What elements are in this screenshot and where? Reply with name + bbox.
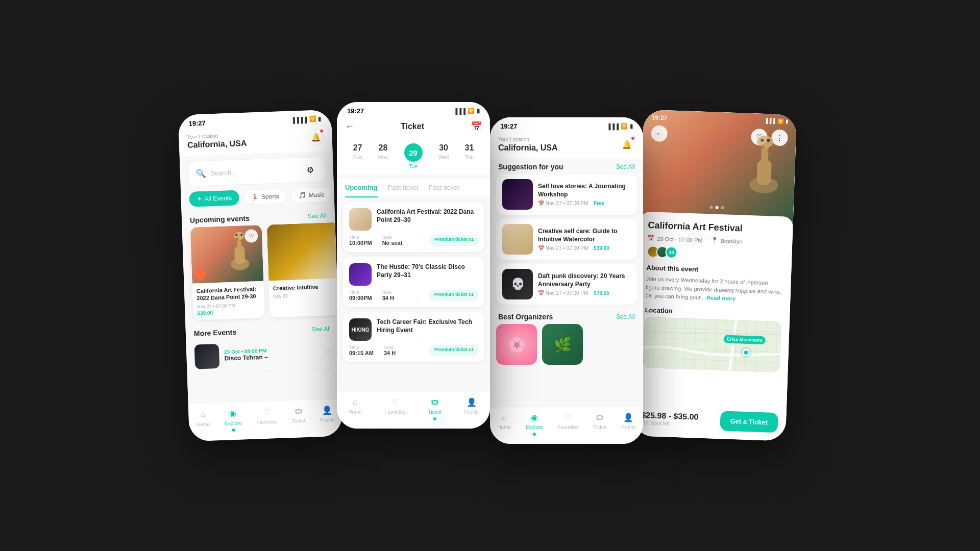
star-icon: ✦ <box>197 195 202 203</box>
explore-header-row: Your Location California, USA 🔔 <box>498 136 635 153</box>
search-input[interactable]: Search... <box>210 168 237 177</box>
event-image-1: ♡ <box>190 225 264 284</box>
see-all-more[interactable]: See All <box>311 325 331 333</box>
nav-favorites-3[interactable]: ♡ Favorites <box>557 412 578 436</box>
back-button[interactable]: ← <box>345 121 354 132</box>
nav-home-2[interactable]: ⌂ Home <box>348 396 362 420</box>
nav-ticket-2[interactable]: 🎟 Ticket <box>428 396 442 420</box>
nav-home-3[interactable]: ⌂ Home <box>497 412 511 436</box>
ticket-card-1[interactable]: California Art Festival: 2022 Dana Point… <box>343 202 484 252</box>
suggestion-card-2[interactable]: Creative self care: Guide to Intuitive W… <box>496 219 637 260</box>
ticket-header: ← Ticket 📅 <box>337 117 490 138</box>
ticket-tabs: Upcoming Past ticket Past ticket <box>337 179 490 198</box>
event-title-2: Creative Intuitive <box>273 283 336 292</box>
nav-home[interactable]: ⌂ Home <box>195 409 210 433</box>
pill-sports[interactable]: 🏃 Sports <box>243 188 287 205</box>
map-section: Location Erico Movement <box>643 306 782 372</box>
read-more-link[interactable]: Read more <box>706 294 736 302</box>
date-item-2-active[interactable]: 29 Tue <box>404 143 423 169</box>
ticket-details-2: Time 09:00PM Seat 34 H Premium ticket x1 <box>349 290 478 301</box>
get-ticket-button[interactable]: Get a Ticket <box>720 411 778 433</box>
organizer-card-1[interactable]: 🌸 <box>496 324 537 365</box>
ticket-card-header-3: HIKING Tech Career Fair: Exclusive Tech … <box>349 318 478 341</box>
see-all-upcoming[interactable]: See All <box>307 212 327 219</box>
nav-profile-3[interactable]: 👤 Profile <box>621 412 635 436</box>
time-val-2: 09:00PM <box>349 295 372 301</box>
pill-music[interactable]: 🎵 Music <box>290 187 332 204</box>
calendar-icon-d: 📅 <box>647 235 654 241</box>
date-item-3[interactable]: 30 Wed <box>438 143 449 169</box>
event-card-1[interactable]: ♡ California Art Festival: 2022 Dana Poi… <box>190 225 265 320</box>
see-all-organizers[interactable]: See All <box>616 313 635 320</box>
battery-4: ▮ <box>785 118 788 126</box>
upcoming-events-title: Upcoming events <box>190 214 250 224</box>
organizers-title: Best Organizers <box>498 313 553 321</box>
event-date-meta: 📅 29 Oct - 07:00 PM <box>647 235 703 243</box>
event-location-meta: 📍 Brooklyn <box>710 237 742 244</box>
event-info-1: California Art Festival: 2022 Dana Point… <box>192 281 264 320</box>
nav-profile-2[interactable]: 👤 Profile <box>464 396 478 420</box>
back-button-4[interactable]: ← <box>651 125 668 142</box>
status-bar-2: 19:27 ▐▐▐ 🛜 ▮ <box>337 102 490 117</box>
about-title: About this event <box>646 264 783 276</box>
tab-upcoming[interactable]: Upcoming <box>345 179 378 197</box>
status-icons-1: ▐▐▐▐ 🛜 ▮ <box>291 116 322 123</box>
battery-icon: ▮ <box>318 116 321 122</box>
bell-icon: 🔔 <box>310 132 321 142</box>
seat-label-3: Seat <box>384 345 396 350</box>
notification-button-3[interactable]: 🔔 <box>619 136 635 153</box>
see-all-suggestions[interactable]: See All <box>616 163 635 170</box>
ticket-badge-1: Premium ticket x1 <box>430 235 478 246</box>
nav-favorites-2[interactable]: ♡ Favorites <box>384 396 405 420</box>
notification-button[interactable]: 🔔 <box>307 129 324 145</box>
date-item-4[interactable]: 31 Thu <box>465 143 474 169</box>
pill-all-events[interactable]: ✦ All Events <box>189 190 239 207</box>
event-hero: 19:27 ▐▐▐ 🛜 ▮ ← ♡ ⋮ <box>640 110 797 227</box>
home-icon-2: ⌂ <box>350 396 361 408</box>
avatar-stack: 40 <box>647 245 678 259</box>
date-item-1[interactable]: 28 Mon <box>378 143 388 169</box>
filter-button[interactable]: ⚙ <box>303 162 317 177</box>
event-detail-meta: 📅 29 Oct - 07:00 PM 📍 Brooklyn <box>647 235 784 246</box>
suggestion-card-1[interactable]: Self love stories: A Journaling Workshop… <box>496 174 637 215</box>
time-val-1: 10:00PM <box>349 240 372 246</box>
nav-ticket-3[interactable]: 🎟 Ticket <box>593 412 606 436</box>
tab-past-2[interactable]: Past ticket <box>429 179 459 197</box>
event-image-2 <box>267 222 339 281</box>
favorite-icon-more[interactable]: ♡ <box>325 348 332 356</box>
ticket-card-3[interactable]: HIKING Tech Career Fair: Exclusive Tech … <box>343 312 484 362</box>
suggestion-card-3[interactable]: 💀 Daft punk discovery: 20 Years Annivers… <box>496 264 637 305</box>
svg-point-11 <box>757 135 774 148</box>
event-info-2: Creative Intuitive Nov 27 <box>268 279 338 304</box>
calendar-icon-s3: 📅 <box>538 290 544 296</box>
ticket-card-2[interactable]: The Hustle: 70's Classic Disco Party 29–… <box>343 257 484 307</box>
bell-icon-3: 🔔 <box>622 140 632 149</box>
about-text: Join us every Wednesday for 2 hours of i… <box>645 274 783 305</box>
date-item-0[interactable]: 27 Sun <box>353 143 362 169</box>
ticket-thumb-2 <box>349 263 372 286</box>
bottom-nav-3: ⌂ Home ◉ Explore ♡ Favorites 🎟 Ticket <box>490 406 643 444</box>
nav-explore-3[interactable]: ◉ Explore <box>526 412 543 436</box>
map-container[interactable]: Erico Movement <box>643 316 781 372</box>
nav-ticket[interactable]: 🎟 Ticket <box>291 405 306 430</box>
status-time-3: 19:27 <box>500 122 517 130</box>
organizer-card-2[interactable]: 🌿 <box>542 324 583 365</box>
more-event-item-1[interactable]: 23 Oct • 08:00 PM Disco Tehran – ♡ <box>194 336 332 373</box>
sugg-title-1: Self love stories: A Journaling Workshop <box>538 183 631 198</box>
suggestion-title: Suggestion for you <box>498 163 564 171</box>
sugg-content-3: Daft punk discovery: 20 Years Anniversar… <box>538 272 631 296</box>
sports-icon: 🏃 <box>251 193 259 201</box>
tab-past-1[interactable]: Past ticket <box>388 179 419 197</box>
nav-explore[interactable]: ◉ Explore <box>224 407 242 432</box>
nav-profile[interactable]: 👤 Profile <box>320 404 335 429</box>
location-name-1: California, USA <box>187 139 247 150</box>
date-picker: 27 Sun 28 Mon 29 Tue 30 Wed 31 Thu <box>337 138 490 174</box>
phone-home: 19:27 ▐▐▐▐ 🛜 ▮ Your Location California,… <box>178 110 342 441</box>
events-scroll: ♡ California Art Festival: 2022 Dana Poi… <box>182 222 339 325</box>
seat-val-2: 34 H <box>382 295 394 301</box>
calendar-button[interactable]: 📅 <box>471 121 482 132</box>
svg-point-3 <box>234 232 244 240</box>
nav-favorites[interactable]: ♡ Favorites <box>256 406 278 431</box>
event-card-2[interactable]: Creative Intuitive Nov 27 <box>267 222 339 317</box>
search-bar[interactable]: 🔍 Search... ⚙ <box>188 156 326 186</box>
